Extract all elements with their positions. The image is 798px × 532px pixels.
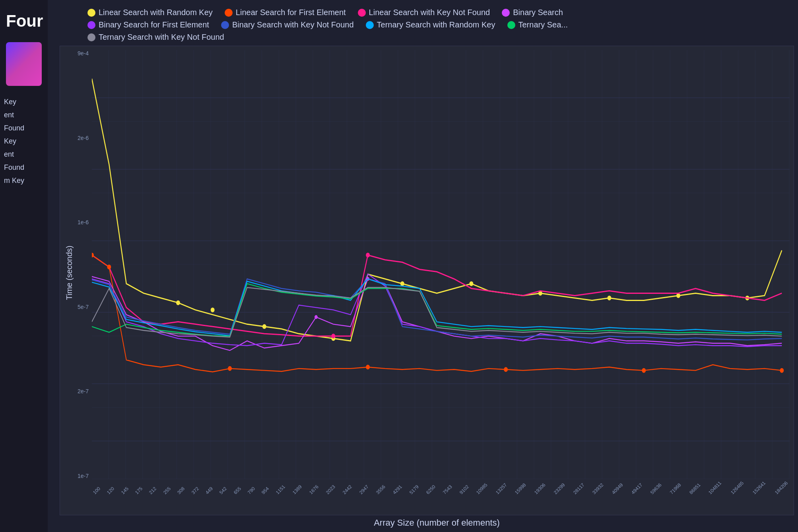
legend-label-6: Ternary Search with Random Key [377, 20, 495, 29]
svg-point-19 [331, 334, 335, 338]
x-tick-184206: 184206 [774, 480, 789, 495]
x-tick-790: 790 [247, 486, 256, 495]
x-tick-372: 372 [190, 486, 200, 495]
legend-item-1: Linear Search for First Element [225, 8, 346, 17]
x-tick-9102: 9102 [458, 484, 470, 495]
svg-point-14 [469, 281, 473, 286]
x-tick-86851: 86851 [688, 482, 701, 495]
x-tick-1389: 1389 [291, 484, 303, 495]
legend-label-5: Binary Search with Key Not Found [232, 20, 354, 29]
legend-item-0: Linear Search with Random Key [87, 8, 213, 17]
x-tick-954: 954 [260, 486, 270, 495]
x-tick-6250: 6250 [425, 484, 437, 495]
legend-item-4: Binary Search for First Element [87, 20, 209, 29]
legend-label-7: Ternary Sea... [518, 20, 568, 29]
x-tick-2023: 2023 [325, 484, 336, 495]
x-tick-33932: 33932 [591, 482, 604, 495]
x-tick-1151: 1151 [275, 484, 286, 495]
svg-point-25 [504, 367, 508, 372]
svg-point-10 [211, 307, 215, 312]
x-tick-2947: 2947 [358, 484, 370, 495]
legend-dot-5 [221, 21, 229, 29]
chart-wrapper: 9e-4 2e-6 1e-6 5e-7 2e-7 1e-7 Time (seco… [60, 46, 794, 499]
x-tick-152641: 152641 [751, 480, 767, 495]
x-tick-120: 120 [106, 486, 115, 495]
legend-dot-0 [87, 9, 95, 17]
legend-dot-3 [502, 9, 510, 17]
legend-label-3: Binary Search [513, 8, 563, 17]
x-tick-13257: 13257 [495, 482, 508, 495]
x-tick-49417: 49417 [630, 482, 643, 495]
legend-item-8: Ternary Search with Key Not Found [87, 33, 224, 42]
x-tick-28117: 28117 [572, 482, 585, 495]
legend-label-4: Binary Search for First Element [99, 20, 209, 29]
svg-point-28 [315, 315, 318, 319]
legend-item-7: Ternary Sea... [507, 20, 568, 29]
sidebar-item-5[interactable]: Found [4, 163, 44, 172]
x-tick-655: 655 [233, 486, 242, 495]
x-tick-100: 100 [92, 486, 101, 495]
sidebar-item-6[interactable]: m Key [4, 177, 44, 185]
svg-point-20 [366, 253, 370, 258]
legend-row-2: Ternary Search with Key Not Found [87, 33, 794, 42]
sidebar-item-1[interactable]: ent [4, 111, 44, 119]
x-tick-5179: 5179 [408, 484, 420, 495]
x-tick-104811: 104811 [707, 480, 722, 495]
x-tick-15998: 15998 [514, 482, 527, 495]
x-axis-title: Array Size (number of elements) [56, 518, 794, 528]
legend-row-0: Linear Search with Random Key Linear Sea… [87, 8, 794, 17]
x-tick-7543: 7543 [442, 484, 453, 495]
legend-dot-8 [87, 33, 95, 41]
legend-item-6: Ternary Search with Random Key [366, 20, 495, 29]
y-axis-label: Time (seconds) [65, 245, 74, 300]
svg-point-16 [608, 295, 612, 300]
svg-point-26 [642, 368, 646, 373]
y-tick-1: 2e-6 [78, 135, 89, 141]
svg-rect-2 [92, 50, 790, 479]
svg-point-23 [228, 366, 232, 371]
x-tick-175: 175 [134, 486, 144, 495]
legend-label-1: Linear Search for First Element [236, 8, 346, 17]
legend-dot-4 [87, 21, 95, 29]
x-tick-71968: 71968 [669, 482, 682, 495]
x-tick-1676: 1676 [308, 484, 320, 495]
y-tick-0: 9e-4 [78, 50, 89, 56]
sidebar-gradient-box [6, 42, 42, 86]
legend-item-3: Binary Search [502, 8, 563, 17]
chart-svg [92, 50, 790, 479]
x-tick-126485: 126485 [730, 480, 745, 495]
legend-item-2: Linear Search with Key Not Found [358, 8, 490, 17]
x-tick-40949: 40949 [611, 482, 624, 495]
chart-container: 9e-4 2e-6 1e-6 5e-7 2e-7 1e-7 Time (seco… [60, 46, 794, 515]
y-tick-4: 2e-7 [78, 388, 89, 394]
sidebar-title: Four [0, 8, 48, 38]
svg-point-13 [400, 281, 404, 286]
x-tick-10985: 10985 [475, 482, 488, 495]
svg-point-11 [262, 324, 266, 329]
legend-row-1: Binary Search for First Element Binary S… [87, 20, 794, 29]
sidebar-item-0[interactable]: Key [4, 98, 44, 106]
x-tick-23299: 23299 [553, 482, 566, 495]
svg-point-9 [176, 300, 180, 305]
main-content: Linear Search with Random Key Linear Sea… [48, 0, 798, 532]
x-tick-19306: 19306 [533, 482, 546, 495]
legend-dot-7 [507, 21, 515, 29]
legend-label-2: Linear Search with Key Not Found [369, 8, 490, 17]
x-tick-212: 212 [148, 486, 157, 495]
legend-dot-6 [366, 21, 374, 29]
x-tick-3556: 3556 [375, 484, 386, 495]
x-tick-4291: 4291 [392, 484, 403, 495]
y-tick-3: 5e-7 [78, 304, 89, 310]
sidebar-item-4[interactable]: ent [4, 150, 44, 159]
sidebar-items: Key ent Found Key ent Found m Key [0, 98, 48, 185]
legend-dot-2 [358, 9, 366, 17]
legend-area: Linear Search with Random Key Linear Sea… [56, 8, 794, 42]
sidebar-item-3[interactable]: Key [4, 137, 44, 146]
legend-label-0: Linear Search with Random Key [99, 8, 213, 17]
x-tick-449: 449 [204, 486, 214, 495]
x-tick-59636: 59636 [649, 482, 662, 495]
sidebar-item-2[interactable]: Found [4, 124, 44, 132]
x-tick-308: 308 [176, 486, 186, 495]
x-axis-labels: 100 120 145 175 212 255 308 372 449 542 … [92, 491, 790, 497]
x-tick-255: 255 [162, 486, 172, 495]
